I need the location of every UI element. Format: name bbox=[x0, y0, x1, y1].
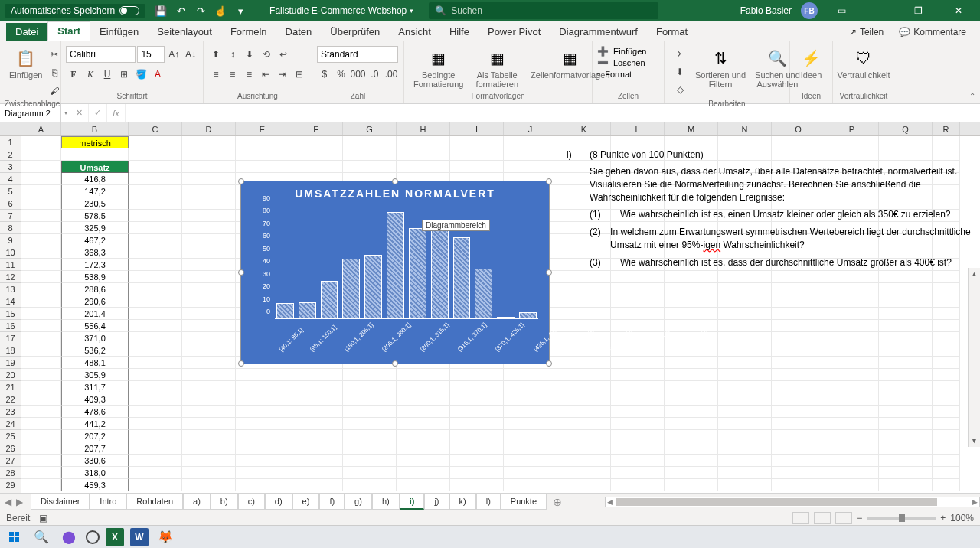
cell[interactable] bbox=[879, 320, 933, 332]
cell[interactable] bbox=[933, 344, 960, 357]
zoom-in-icon[interactable]: + bbox=[940, 513, 946, 523]
cell[interactable] bbox=[772, 295, 825, 308]
chart-bar[interactable] bbox=[387, 212, 404, 318]
cell[interactable] bbox=[236, 393, 289, 406]
cell[interactable] bbox=[718, 393, 772, 406]
row-header[interactable]: 29 bbox=[0, 479, 21, 491]
cell[interactable] bbox=[61, 148, 129, 161]
chart-bar[interactable] bbox=[475, 269, 492, 318]
cell[interactable] bbox=[879, 418, 933, 430]
cell[interactable] bbox=[718, 430, 772, 442]
cut-icon[interactable]: ✂ bbox=[47, 46, 62, 63]
cell[interactable] bbox=[397, 161, 450, 173]
tab-format[interactable]: Format bbox=[647, 23, 697, 41]
col-header[interactable]: F bbox=[289, 122, 343, 135]
cell[interactable]: 330,6 bbox=[61, 455, 129, 467]
row-header[interactable]: 25 bbox=[0, 430, 21, 442]
cell[interactable] bbox=[665, 418, 718, 430]
cell[interactable] bbox=[21, 173, 61, 185]
cell[interactable] bbox=[182, 369, 236, 381]
sheet-tab[interactable]: Rohdaten bbox=[126, 494, 183, 510]
qat-more-icon[interactable]: ▾ bbox=[234, 5, 247, 17]
sheet-tab[interactable]: h) bbox=[372, 494, 400, 510]
cell[interactable] bbox=[129, 295, 182, 308]
cell[interactable] bbox=[343, 467, 397, 479]
row-header[interactable]: 28 bbox=[0, 467, 21, 479]
horizontal-scrollbar[interactable]: ◀ ▶ bbox=[605, 497, 980, 507]
cell[interactable] bbox=[182, 381, 236, 393]
row-header[interactable]: 21 bbox=[0, 381, 21, 393]
sort-filter-button[interactable]: ⇅Sortieren und Filtern bbox=[691, 44, 750, 99]
cell[interactable] bbox=[772, 357, 825, 369]
row-header[interactable]: 7 bbox=[0, 210, 21, 222]
row-header[interactable]: 15 bbox=[0, 308, 21, 320]
format-painter-icon[interactable]: 🖌 bbox=[47, 83, 62, 99]
cell[interactable] bbox=[772, 283, 825, 295]
cell[interactable] bbox=[665, 467, 718, 479]
cell[interactable] bbox=[718, 442, 772, 455]
cell[interactable] bbox=[21, 308, 61, 320]
cell[interactable] bbox=[933, 467, 960, 479]
cell[interactable] bbox=[825, 136, 879, 148]
cell[interactable] bbox=[343, 136, 397, 148]
col-header[interactable]: G bbox=[343, 122, 397, 135]
cell[interactable] bbox=[397, 148, 450, 161]
cell[interactable] bbox=[933, 430, 960, 442]
cell[interactable] bbox=[182, 234, 236, 246]
cell[interactable] bbox=[236, 369, 289, 381]
chart-title[interactable]: UMSATZZAHLEN NORMALVERT bbox=[241, 181, 549, 203]
cell[interactable] bbox=[343, 479, 397, 491]
cell[interactable] bbox=[718, 467, 772, 479]
share-button[interactable]: ↗Teilen bbox=[841, 24, 891, 41]
cell[interactable] bbox=[397, 467, 450, 479]
cell[interactable] bbox=[21, 185, 61, 197]
cell[interactable] bbox=[21, 479, 61, 491]
cell[interactable] bbox=[557, 479, 611, 491]
cell[interactable] bbox=[450, 442, 504, 455]
cell[interactable] bbox=[450, 381, 504, 393]
cell[interactable] bbox=[772, 381, 825, 393]
cell[interactable] bbox=[21, 332, 61, 344]
cell[interactable] bbox=[718, 271, 772, 283]
macro-record-icon[interactable]: ▣ bbox=[39, 513, 47, 523]
cell[interactable] bbox=[933, 271, 960, 283]
row-header[interactable]: 22 bbox=[0, 393, 21, 406]
cell[interactable] bbox=[182, 479, 236, 491]
cells-delete-button[interactable]: ➖Löschen bbox=[597, 57, 659, 68]
cell[interactable] bbox=[129, 357, 182, 369]
sheet-tab[interactable]: k) bbox=[449, 494, 476, 510]
row-header[interactable]: 27 bbox=[0, 455, 21, 467]
cell[interactable] bbox=[343, 406, 397, 418]
align-center-icon[interactable]: ≡ bbox=[225, 66, 240, 83]
cell[interactable] bbox=[665, 479, 718, 491]
cell[interactable] bbox=[343, 393, 397, 406]
tab-chartdesign[interactable]: Diagrammentwurf bbox=[550, 23, 647, 41]
sheet-tab[interactable]: l) bbox=[476, 494, 501, 510]
cell[interactable] bbox=[397, 136, 450, 148]
avatar[interactable]: FB bbox=[801, 2, 818, 19]
chart-bar[interactable] bbox=[519, 312, 537, 318]
cell[interactable] bbox=[21, 442, 61, 455]
cell[interactable]: 318,0 bbox=[61, 467, 129, 479]
cell[interactable] bbox=[611, 381, 665, 393]
cell[interactable] bbox=[557, 283, 611, 295]
cells-insert-button[interactable]: ➕Einfügen bbox=[597, 46, 659, 57]
search-taskbar-icon[interactable]: 🔍 bbox=[31, 527, 52, 548]
cell[interactable] bbox=[825, 455, 879, 467]
chart-object[interactable]: UMSATZZAHLEN NORMALVERT 0102030405060708… bbox=[240, 181, 550, 364]
cell[interactable] bbox=[129, 369, 182, 381]
cell[interactable] bbox=[772, 406, 825, 418]
cell[interactable] bbox=[450, 430, 504, 442]
cell[interactable] bbox=[289, 381, 343, 393]
col-header[interactable]: H bbox=[397, 122, 450, 135]
cancel-fx-icon[interactable]: ✕ bbox=[70, 104, 89, 122]
indent-inc-icon[interactable]: ⇥ bbox=[275, 66, 290, 83]
collapse-ribbon-icon[interactable]: ⌃ bbox=[969, 92, 975, 100]
table-format-button[interactable]: ▦Als Tabelle formatieren bbox=[471, 44, 523, 90]
save-icon[interactable]: 💾 bbox=[155, 5, 167, 17]
cell[interactable] bbox=[665, 136, 718, 148]
cell[interactable] bbox=[772, 430, 825, 442]
cell[interactable] bbox=[879, 467, 933, 479]
cell[interactable]: 305,9 bbox=[61, 369, 129, 381]
cell[interactable] bbox=[879, 271, 933, 283]
